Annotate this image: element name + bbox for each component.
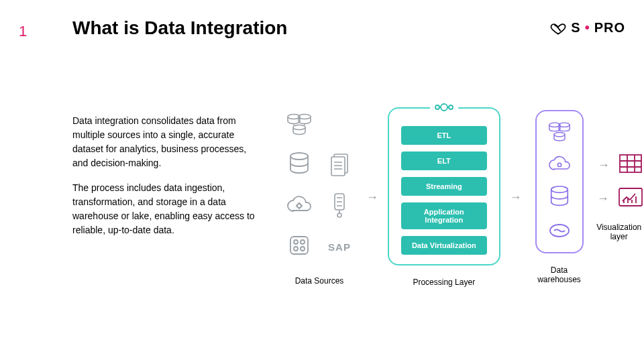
cloud-gear-icon (546, 154, 573, 177)
svg-point-16 (449, 105, 453, 109)
arrow-icon: → (366, 190, 378, 204)
svg-point-19 (553, 132, 564, 136)
svg-rect-22 (620, 155, 641, 172)
servers-cluster-icon (284, 112, 314, 140)
svg-point-12 (294, 247, 298, 251)
arrow-icon: → (598, 158, 610, 172)
arrow-icon: → (597, 192, 609, 206)
warehouse-box (535, 110, 584, 253)
paragraph-2: The process includes data ingestion, tra… (72, 181, 260, 237)
svg-point-14 (435, 105, 439, 109)
page-title: What is Data Integration (72, 17, 287, 39)
logo-dot: • (585, 20, 590, 36)
svg-rect-23 (619, 188, 642, 206)
warehouse-column: Data warehouses (531, 110, 588, 284)
svg-point-6 (297, 204, 301, 208)
server-tower-icon (329, 191, 350, 222)
svg-point-15 (441, 104, 447, 111)
processing-item: ETL (401, 126, 487, 145)
logo-text-right: PRO (594, 20, 625, 36)
viz-column: → → Visualization (594, 153, 644, 241)
processing-item: Application Integration (401, 202, 487, 229)
sources-column: SAP Data Sources (282, 109, 357, 286)
viz-label: Visualization layer (594, 223, 644, 241)
processing-item: Streaming (401, 177, 487, 196)
svg-rect-9 (290, 237, 308, 254)
data-grid-icon (618, 153, 643, 177)
processing-box: ETL ELT Streaming Application Integratio… (388, 107, 500, 265)
processing-label: Processing Layer (413, 278, 475, 287)
processing-column: ETL ELT Streaming Application Integratio… (388, 107, 500, 287)
processing-item: Data Virtualization (401, 236, 487, 255)
svg-point-2 (293, 125, 305, 130)
svg-rect-5 (331, 157, 345, 176)
slide-number: 1 (19, 23, 27, 40)
servers-cluster-icon (546, 121, 573, 146)
svg-point-11 (301, 240, 305, 244)
warehouse-label: Data warehouses (531, 265, 588, 284)
svg-point-3 (290, 153, 308, 160)
body-text: Data integration consolidates data from … (72, 114, 260, 237)
svg-point-21 (551, 186, 568, 192)
database-icon (287, 152, 311, 181)
database-icon (548, 185, 571, 213)
heart-loop-icon (549, 19, 567, 36)
svg-point-13 (301, 247, 305, 251)
pipeline-icon (430, 101, 458, 117)
sap-label-icon: SAP (328, 241, 351, 253)
datalake-blob-icon (546, 221, 573, 243)
analytics-chart-icon (617, 186, 644, 210)
integration-diagram: SAP Data Sources → ETL ELT Streaming App… (282, 107, 644, 287)
paragraph-1: Data integration consolidates data from … (72, 114, 260, 170)
cloud-gear-icon (285, 194, 313, 219)
documents-icon (327, 152, 352, 181)
brand-logo: S•PRO (549, 19, 625, 36)
apps-grid-icon (287, 233, 311, 260)
processing-item: ELT (401, 152, 487, 170)
svg-point-10 (294, 240, 298, 244)
svg-point-20 (557, 163, 561, 166)
logo-text-left: S (571, 20, 580, 36)
arrow-icon: → (510, 190, 522, 204)
sources-label: Data Sources (295, 276, 344, 286)
